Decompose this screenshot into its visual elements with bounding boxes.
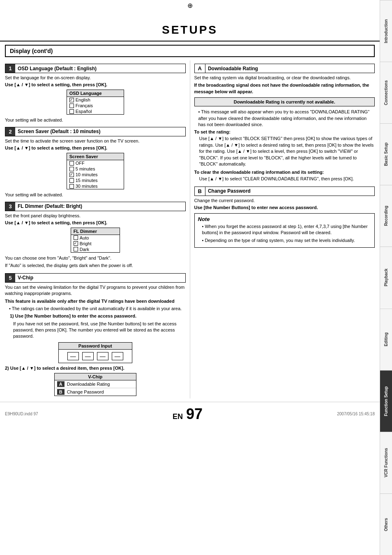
step5-bullet1: • The ratings can be downloaded by the u…	[9, 306, 186, 312]
footer-en: EN	[173, 412, 183, 421]
stepA-sub-clear: To clear the downloadable rating informa…	[194, 170, 375, 175]
osd-checkbox-english[interactable]	[69, 98, 74, 102]
stepB-letter: B	[195, 187, 205, 196]
fl-label-auto: Auto	[80, 235, 89, 240]
fl-checkbox-auto[interactable]	[74, 235, 78, 240]
tab-function-setup[interactable]: Function Setup	[380, 370, 392, 432]
right-column: A Downloadable Rating Set the rating sys…	[190, 60, 375, 398]
password-field-2[interactable]: —	[82, 352, 94, 360]
ss-label-10min: 10 minutes	[76, 172, 98, 177]
ss-item-5min[interactable]: 5 minutes	[67, 166, 124, 172]
password-title: Password Input	[59, 343, 132, 350]
password-box: Password Input — — — —	[58, 342, 132, 363]
osd-label-english: English	[76, 97, 90, 102]
step1-label: OSD Language (Default : English)	[18, 66, 97, 71]
step2-instruction: Use [▲ / ▼] to select a setting, then pr…	[5, 145, 186, 150]
step1-instruction: Use [▲ / ▼] to select a setting, then pr…	[5, 82, 186, 87]
ss-item-15min[interactable]: 15 minutes	[67, 177, 124, 183]
stepA-bullet1: • This message will also appear when you…	[198, 109, 375, 128]
step2-header: 2 Screen Saver (Default : 10 minutes)	[5, 127, 186, 136]
step5-header: 5 V-Chip	[5, 273, 186, 283]
step3-header: 3 FL Dimmer (Default: Bright)	[5, 202, 186, 211]
step2-label: Screen Saver (Default : 10 minutes)	[18, 129, 100, 134]
osd-item-english[interactable]: English	[67, 97, 124, 103]
ss-checkbox-15min[interactable]	[69, 178, 74, 183]
vchip-label-password: Change Password	[67, 389, 104, 394]
step2-after: Your setting will be activated.	[5, 192, 186, 198]
stepA-set-body: Use [▲ / ▼] to select "BLOCK SETTING" th…	[199, 136, 375, 167]
ss-checkbox-5min[interactable]	[69, 167, 74, 171]
osd-label-espanol: Español	[76, 109, 92, 114]
vchip-item-a[interactable]: A Downloadable Rating	[55, 380, 136, 388]
fl-item-bright[interactable]: Bright	[71, 241, 120, 246]
page-title: SETUPS	[0, 11, 380, 41]
footer-date: 2007/05/16 15:45:18	[337, 412, 375, 416]
tab-editing[interactable]: Editing	[380, 309, 392, 370]
tab-vcr-functions[interactable]: VCR Functions	[380, 432, 392, 493]
vchip-item-b[interactable]: B Change Password	[55, 388, 136, 396]
osd-dropdown-title: OSD Language	[67, 90, 124, 97]
step3-desc: Set the front panel display brightness.	[5, 213, 186, 219]
fl-checkbox-bright[interactable]	[74, 241, 78, 246]
ss-item-30min[interactable]: 30 minutes	[67, 183, 124, 189]
ss-label-15min: 15 minutes	[76, 178, 98, 183]
fl-checkbox-dark[interactable]	[74, 247, 78, 251]
stepB-desc1: Change the current password.	[194, 198, 375, 204]
step3-number: 3	[5, 202, 15, 211]
fl-dropdown-title: FL Dimmer	[71, 228, 120, 235]
stepA-clear-body: Use [▲ / ▼] to select "CLEAR DOWNLOADABL…	[199, 176, 375, 182]
osd-item-francais[interactable]: Français	[67, 103, 124, 108]
stepA-notice: Downloadable Rating is currently not ava…	[194, 97, 375, 106]
ss-item-off[interactable]: OFF	[67, 160, 124, 166]
tab-others[interactable]: Others	[380, 493, 392, 555]
page-footer: E9H90UD.indd 97 EN 97 2007/05/16 15:45:1…	[0, 402, 380, 426]
fl-item-auto[interactable]: Auto	[71, 235, 120, 241]
tab-connections[interactable]: Connections	[380, 62, 392, 123]
note2: • Depending on the type of rating system…	[202, 237, 371, 244]
vchip-box-title: V-Chip	[55, 373, 136, 380]
stepB-header: B Change Password	[194, 187, 375, 196]
ss-checkbox-off[interactable]	[69, 161, 74, 166]
ss-item-10min[interactable]: 10 minutes	[67, 172, 124, 177]
osd-item-espanol[interactable]: Español	[67, 108, 124, 114]
step5-label: V-Chip	[18, 275, 33, 281]
tab-basic-setup[interactable]: Basic Setup	[380, 123, 392, 185]
step1-header: 1 OSD Language (Default : English)	[5, 64, 186, 73]
ss-dropdown-title: Screen Saver	[67, 153, 124, 160]
fl-dimmer-dropdown[interactable]: FL Dimmer Auto Bright Dark	[71, 228, 120, 253]
osd-checkbox-francais[interactable]	[69, 104, 74, 108]
stepA-letter: A	[195, 64, 205, 73]
step3-label: FL Dimmer (Default: Bright)	[18, 203, 82, 209]
footer-file: E9H90UD.indd 97	[5, 412, 38, 416]
left-column: 1 OSD Language (Default : English) Set t…	[5, 60, 190, 398]
password-field-3[interactable]: —	[97, 352, 108, 360]
osd-label-francais: Français	[76, 103, 93, 108]
vchip-letter-b: B	[57, 389, 65, 395]
fl-label-dark: Dark	[80, 247, 89, 252]
vchip-label-downloadable: Downloadable Rating	[67, 382, 110, 387]
ss-label-off: OFF	[76, 161, 85, 166]
step1-after: Your setting will be activated.	[5, 117, 186, 123]
vchip-menu-box: V-Chip A Downloadable Rating B Change Pa…	[54, 373, 136, 396]
ss-checkbox-30min[interactable]	[69, 184, 74, 189]
password-fields: — — — —	[59, 350, 132, 363]
ss-checkbox-10min[interactable]	[69, 173, 74, 177]
password-field-1[interactable]: —	[67, 352, 79, 360]
step3-after1: You can choose one from "Auto", "Bright"…	[5, 255, 186, 261]
step3-after2: If "Auto" is selected, the display gets …	[5, 263, 186, 269]
fl-label-bright: Bright	[80, 241, 92, 246]
note-title: Note	[198, 216, 371, 222]
osd-checkbox-espanol[interactable]	[69, 109, 74, 114]
osd-language-dropdown[interactable]: OSD Language English Français Español	[67, 90, 124, 115]
stepA-header: A Downloadable Rating	[194, 64, 375, 73]
screen-saver-dropdown[interactable]: Screen Saver OFF 5 minutes 10 minutes	[67, 153, 124, 189]
tab-playback[interactable]: Playback	[380, 246, 392, 308]
tab-recording[interactable]: Recording	[380, 185, 392, 246]
tab-introduction[interactable]: Introduction	[380, 0, 392, 62]
vchip-letter-a: A	[57, 381, 65, 387]
password-field-4[interactable]: —	[112, 352, 123, 360]
ss-label-5min: 5 minutes	[76, 166, 95, 171]
ss-label-30min: 30 minutes	[76, 184, 98, 189]
fl-item-dark[interactable]: Dark	[71, 246, 120, 252]
step5-bold1: This feature is available only after the…	[5, 298, 186, 304]
